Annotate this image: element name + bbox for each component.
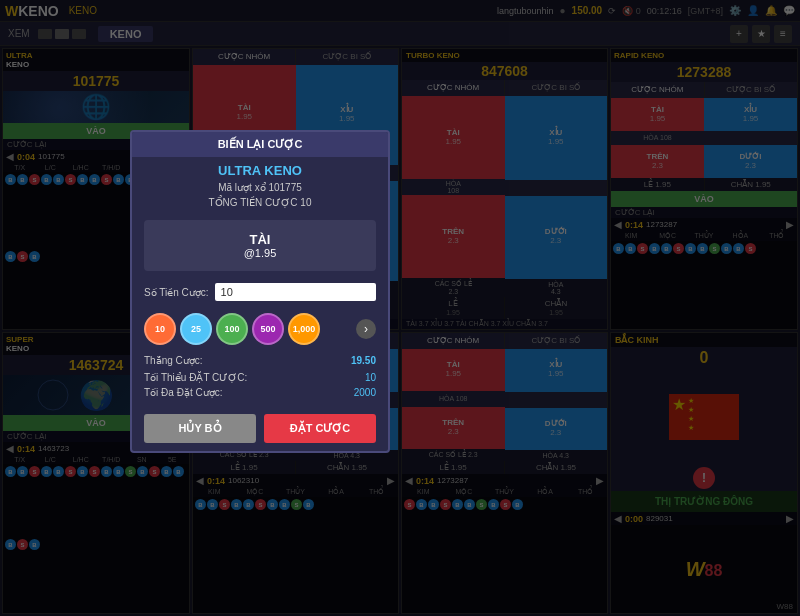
modal-bet-display: TÀI @1.95 [144, 220, 376, 271]
modal-min-value: 10 [365, 372, 376, 383]
bet-modal: BIẾN LẠI CƯỢC ULTRA KENO Mã lượt xổ 1017… [130, 130, 390, 453]
modal-chips: 10 25 100 500 1,000 › [132, 307, 388, 351]
modal-amount-row: Số Tiền Cược: [132, 277, 388, 307]
modal-overlay: BIẾN LẠI CƯỢC ULTRA KENO Mã lượt xổ 1017… [0, 0, 800, 616]
huy-bo-button[interactable]: HỦY BỎ [144, 414, 256, 443]
modal-win-row: Thắng Cược: 19.50 [132, 351, 388, 370]
chip-10[interactable]: 10 [144, 313, 176, 345]
modal-buttons: HỦY BỎ ĐẶT CƯỢC [132, 406, 388, 451]
modal-win-value: 19.50 [351, 355, 376, 366]
modal-amount-input[interactable] [215, 283, 376, 301]
dat-cuoc-button[interactable]: ĐẶT CƯỢC [264, 414, 376, 443]
modal-header: BIẾN LẠI CƯỢC [132, 132, 388, 157]
chip-next-arrow[interactable]: › [356, 319, 376, 339]
modal-info: Mã lượt xổ 101775 [132, 180, 388, 195]
modal-amount-label: Số Tiền Cược: [144, 287, 209, 298]
modal-bet-odds: @1.95 [156, 247, 364, 259]
modal-max-row: Tối Đa Đặt Cược: 2000 [132, 385, 388, 406]
modal-max-value: 2000 [354, 387, 376, 398]
chip-100[interactable]: 100 [216, 313, 248, 345]
modal-bet-type: TÀI [156, 232, 364, 247]
modal-title: ULTRA KENO [132, 157, 388, 180]
modal-total: TỔNG TIỀN CƯỢC 10 [132, 195, 388, 214]
chip-25[interactable]: 25 [180, 313, 212, 345]
chip-1000[interactable]: 1,000 [288, 313, 320, 345]
modal-min-row: Tối Thiểu ĐẶT CƯỢC: 10 [132, 370, 388, 385]
chip-500[interactable]: 500 [252, 313, 284, 345]
